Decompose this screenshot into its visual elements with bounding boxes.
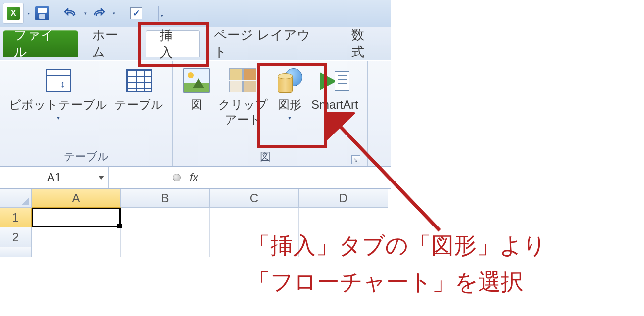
- annotation-text: 「挿入」タブの「図形」より 「フローチャート」を選択: [248, 227, 546, 300]
- name-box[interactable]: A1: [0, 167, 109, 188]
- clipart-button[interactable]: クリップ アート: [216, 66, 270, 128]
- clipart-label: クリップ アート: [218, 97, 268, 127]
- tab-page-layout[interactable]: ページ レイアウト: [200, 30, 338, 57]
- quick-access-toolbar: X ▾ ▾ ▾ ✓ —▾: [0, 0, 391, 27]
- app-menu-dropdown-icon[interactable]: ▾: [26, 11, 31, 16]
- smartart-label: SmartArt: [311, 97, 358, 112]
- insert-function-button[interactable]: fx: [190, 171, 198, 184]
- undo-dropdown-icon[interactable]: ▾: [82, 10, 88, 16]
- save-icon: [35, 6, 49, 20]
- row-header-3[interactable]: [0, 247, 32, 257]
- column-headers: A B C D: [0, 189, 391, 208]
- picture-label: 図: [191, 97, 202, 112]
- checkbox-icon: ✓: [130, 7, 142, 19]
- column-header-b[interactable]: B: [121, 189, 210, 208]
- picture-icon: [183, 68, 210, 93]
- customize-qat-button[interactable]: —▾: [158, 6, 165, 21]
- cell-b1[interactable]: [121, 208, 210, 227]
- excel-logo-icon: X: [7, 7, 20, 20]
- cancel-button[interactable]: [173, 174, 181, 181]
- row-1: 1: [0, 208, 391, 227]
- dropdown-indicator-icon: ▾: [288, 114, 291, 121]
- cell-a1[interactable]: [32, 208, 121, 227]
- shapes-label: 図形: [278, 97, 301, 112]
- tab-file[interactable]: ファイル: [3, 30, 78, 57]
- formula-bar-controls: fx: [109, 167, 208, 188]
- column-header-d[interactable]: D: [299, 189, 388, 208]
- table-label: テーブル: [114, 97, 163, 112]
- ribbon: ピボットテーブル ▾ テーブル テーブル 図 クリップ アート: [0, 61, 391, 167]
- touch-mode-button[interactable]: ✓: [127, 4, 145, 22]
- redo-dropdown-icon[interactable]: ▾: [111, 10, 117, 16]
- name-box-dropdown-icon[interactable]: [99, 176, 104, 180]
- annotation-line2: 「フローチャート」を選択: [248, 269, 524, 295]
- clipart-icon: [229, 68, 257, 93]
- tab-formulas[interactable]: 数式: [338, 30, 391, 57]
- tab-insert[interactable]: 挿入: [146, 30, 200, 57]
- pivot-table-icon: [46, 69, 71, 92]
- shapes-icon: [275, 67, 304, 94]
- smartart-icon: [320, 68, 349, 93]
- formula-input[interactable]: [208, 167, 391, 188]
- ribbon-tabs: ファイル ホーム 挿入 ページ レイアウト 数式: [0, 27, 391, 61]
- group-illustrations: 図 クリップ アート 図形 ▾ SmartArt 図 ↘: [173, 61, 368, 166]
- picture-button[interactable]: 図: [180, 66, 213, 128]
- table-icon: [126, 69, 152, 92]
- column-header-a[interactable]: A: [32, 189, 121, 208]
- excel-window: X ▾ ▾ ▾ ✓ —▾ ファイル ホーム 挿入 ペー: [0, 0, 391, 257]
- cell-a2[interactable]: [32, 227, 121, 247]
- cell-d1[interactable]: [299, 208, 388, 227]
- table-button[interactable]: テーブル: [112, 66, 165, 122]
- separator: [150, 6, 150, 21]
- separator: [122, 6, 122, 21]
- group-name-illustrations: 図: [180, 146, 351, 164]
- dialog-launcher-button[interactable]: ↘: [351, 155, 360, 164]
- group-name-tables: テーブル: [7, 146, 165, 164]
- row-header-1[interactable]: 1: [0, 208, 32, 227]
- column-header-c[interactable]: C: [210, 189, 299, 208]
- pivot-table-label: ピボットテーブル: [9, 97, 107, 112]
- cell-c1[interactable]: [210, 208, 299, 227]
- annotation-line1: 「挿入」タブの「図形」より: [248, 232, 546, 258]
- shapes-button[interactable]: 図形 ▾: [273, 66, 306, 128]
- select-all-button[interactable]: [0, 189, 32, 208]
- tab-home[interactable]: ホーム: [78, 30, 146, 57]
- pivot-table-button[interactable]: ピボットテーブル ▾: [7, 66, 109, 122]
- smartart-button[interactable]: SmartArt: [309, 66, 360, 128]
- app-menu-button[interactable]: X: [3, 3, 24, 24]
- cell-a3[interactable]: [32, 247, 121, 257]
- cell-b2[interactable]: [121, 227, 210, 247]
- undo-icon: [63, 7, 78, 19]
- group-tables: ピボットテーブル ▾ テーブル テーブル: [0, 61, 173, 166]
- undo-button[interactable]: [61, 4, 79, 22]
- dropdown-indicator-icon: ▾: [57, 114, 60, 121]
- formula-bar: A1 fx: [0, 167, 391, 189]
- name-box-value: A1: [47, 171, 61, 184]
- separator: [56, 6, 56, 21]
- redo-button[interactable]: [90, 4, 108, 22]
- cell-b3[interactable]: [121, 247, 210, 257]
- row-header-2[interactable]: 2: [0, 227, 32, 247]
- save-button[interactable]: [33, 4, 51, 22]
- redo-icon: [92, 7, 106, 19]
